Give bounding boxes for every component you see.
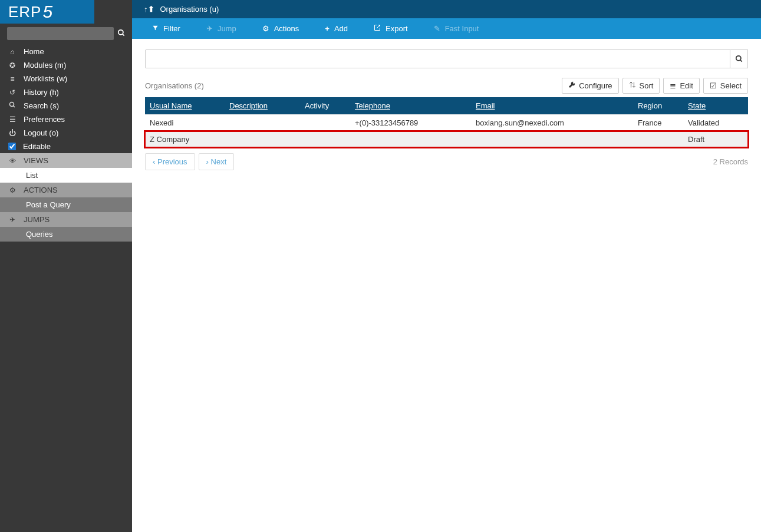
table-row[interactable]: Nexedi +(0)-33123456789 boxiang.sun@nexe…: [145, 115, 748, 131]
sidebar-item-search[interactable]: Search (s): [0, 99, 132, 113]
breadcrumb[interactable]: ⬆ Organisations (u): [132, 0, 761, 18]
search-icon[interactable]: [117, 29, 126, 39]
eye-icon: [8, 157, 17, 165]
col-activity: Activity: [300, 97, 350, 115]
sidebar-item-modules[interactable]: Modules (m): [0, 58, 132, 72]
section-actions-header[interactable]: ACTIONS: [0, 183, 132, 197]
col-label: Email: [476, 101, 495, 110]
configure-button[interactable]: Configure: [562, 78, 618, 94]
toolbar-add[interactable]: +Add: [312, 18, 361, 39]
section-label: JUMPS: [24, 215, 50, 224]
sidebar-item-history[interactable]: History (h): [0, 85, 132, 99]
main-search-input[interactable]: [145, 49, 730, 68]
toolbar-export[interactable]: Export: [361, 18, 421, 39]
logo-text: ERP: [8, 3, 41, 21]
pager-row: Previous Next 2 Records: [145, 153, 748, 170]
jumps-item-queries[interactable]: Queries: [0, 227, 132, 242]
list-title: Organisations (2): [145, 81, 204, 90]
data-table: Usual Name Description Activity Telephon…: [145, 97, 748, 147]
col-email[interactable]: Email: [471, 97, 633, 115]
cell-activity: [300, 131, 350, 148]
up-arrow-icon: ⬆: [144, 5, 154, 14]
toolbar-actions[interactable]: Actions: [249, 18, 312, 39]
list-icon: [8, 75, 17, 83]
history-icon: [8, 88, 17, 97]
cell-usual-name: Z Company: [145, 131, 225, 148]
section-views-header[interactable]: VIEWS: [0, 153, 132, 168]
sidebar-item-preferences[interactable]: Preferences: [0, 113, 132, 126]
section-label: VIEWS: [24, 156, 48, 165]
pager: Previous Next: [145, 153, 234, 170]
cell-telephone: [350, 131, 471, 148]
views-item-list[interactable]: List: [0, 168, 132, 183]
cell-email: [471, 131, 633, 148]
edit-button[interactable]: Edit: [663, 78, 699, 94]
chevron-left-icon: [153, 157, 155, 166]
select-button[interactable]: Select: [703, 78, 748, 94]
svg-line-3: [14, 106, 15, 108]
sidebar-item-label: Editable: [23, 142, 51, 151]
previous-button[interactable]: Previous: [145, 153, 195, 170]
col-telephone[interactable]: Telephone: [350, 97, 471, 115]
table-row[interactable]: Z Company Draft: [145, 131, 748, 148]
cell-description: [225, 131, 300, 148]
svg-line-1: [123, 34, 124, 35]
toolbar-jump: Jump: [193, 18, 249, 39]
logo[interactable]: ERP5: [0, 0, 94, 24]
search-icon: [735, 55, 743, 63]
cell-state: Draft: [683, 131, 748, 148]
svg-point-2: [10, 103, 14, 107]
sidebar-item-home[interactable]: Home: [0, 45, 132, 58]
toolbar: Filter Jump Actions +Add Export Fast Inp…: [132, 18, 761, 39]
sidebar-item-editable[interactable]: Editable: [0, 140, 132, 153]
col-label: Telephone: [355, 101, 390, 110]
wrench-icon: [568, 81, 575, 90]
cell-email: boxiang.sun@nexedi.com: [471, 115, 633, 131]
toolbar-filter[interactable]: Filter: [139, 18, 193, 39]
sidebar-search-input[interactable]: [7, 27, 114, 40]
actions-item-post-query[interactable]: Post a Query: [0, 197, 132, 212]
main: ⬆ Organisations (u) Filter Jump Actions …: [132, 0, 761, 532]
col-state[interactable]: State: [683, 97, 748, 115]
section-jumps-header[interactable]: JUMPS: [0, 212, 132, 227]
plus-icon: +: [325, 24, 330, 33]
next-button[interactable]: Next: [199, 153, 235, 170]
svg-point-4: [736, 56, 740, 61]
edit-list-icon: [670, 81, 676, 90]
sidebar-item-label: History (h): [24, 88, 59, 97]
col-label: State: [688, 101, 706, 110]
content: Organisations (2) Configure Sort Edit Se…: [132, 39, 761, 181]
cell-description: [225, 115, 300, 131]
col-label: Usual Name: [150, 101, 192, 110]
col-region: Region: [633, 97, 683, 115]
col-usual-name[interactable]: Usual Name: [145, 97, 225, 115]
btn-label: Sort: [640, 81, 654, 90]
chevron-right-icon: [206, 157, 209, 166]
btn-label: Edit: [680, 81, 693, 90]
sort-icon: [629, 81, 636, 90]
power-icon: [8, 129, 17, 137]
list-actions: Configure Sort Edit Select: [562, 78, 748, 94]
btn-label: Previous: [157, 157, 187, 166]
cell-usual-name: Nexedi: [145, 115, 225, 131]
sidebar: ERP5 Home Modules (m) Worklists (w) Hist…: [0, 0, 132, 532]
col-description[interactable]: Description: [225, 97, 300, 115]
tool-label: Filter: [163, 24, 180, 33]
home-icon: [8, 48, 17, 56]
cell-activity: [300, 115, 350, 131]
export-icon: [374, 24, 381, 33]
sidebar-item-logout[interactable]: Logout (o): [0, 126, 132, 140]
cell-region: [633, 131, 683, 148]
sort-button[interactable]: Sort: [622, 78, 660, 94]
main-search-button[interactable]: [730, 49, 748, 68]
sidebar-item-worklists[interactable]: Worklists (w): [0, 72, 132, 85]
btn-label: Configure: [579, 81, 612, 90]
list-header-row: Organisations (2) Configure Sort Edit Se…: [145, 78, 748, 94]
tool-label: Actions: [274, 24, 299, 33]
plane-icon: [8, 216, 17, 224]
sidebar-item-label: Home: [24, 47, 44, 56]
sidebar-item-label: Modules (m): [24, 61, 66, 70]
cell-telephone: +(0)-33123456789: [350, 115, 471, 131]
editable-checkbox[interactable]: [8, 143, 16, 150]
svg-line-5: [740, 60, 742, 62]
